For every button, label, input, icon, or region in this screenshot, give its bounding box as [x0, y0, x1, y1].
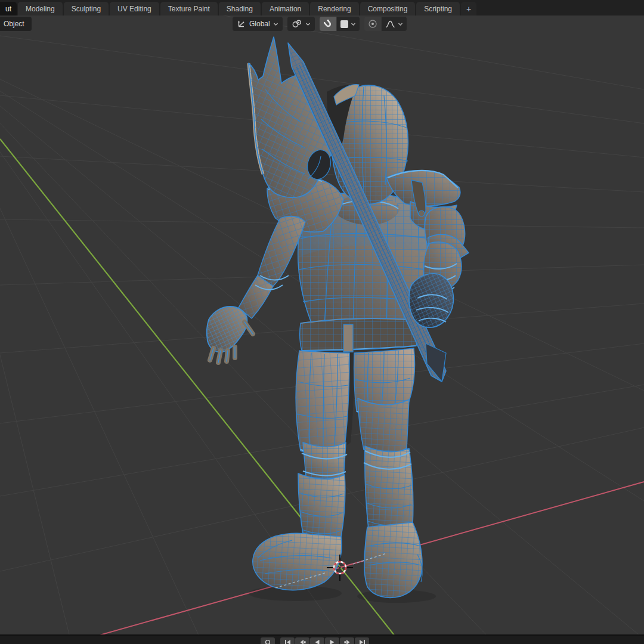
prev-keyframe-icon [299, 639, 306, 644]
workspace-tab-texture-paint[interactable]: Texture Paint [160, 2, 218, 16]
tab-label: ut [5, 5, 11, 13]
workspace-tab-compositing[interactable]: Compositing [360, 2, 416, 16]
plus-icon: + [466, 4, 471, 14]
play-reverse-button[interactable] [310, 637, 324, 644]
belt [300, 318, 419, 352]
chevron-down-icon [305, 22, 311, 26]
tab-label: Modeling [26, 5, 55, 13]
play-button[interactable] [325, 637, 339, 644]
strap-buckle [419, 210, 425, 216]
jump-to-start-button[interactable] [280, 637, 295, 644]
orientation-label: Global [249, 20, 270, 28]
next-keyframe-icon [344, 639, 351, 644]
mode-dropdown[interactable]: Object [0, 17, 32, 31]
play-icon [329, 639, 335, 644]
transform-tools: Global [233, 17, 407, 31]
tab-label: Shading [227, 5, 253, 13]
proportional-falloff-dropdown[interactable] [382, 17, 407, 31]
timeline-playback-bar [0, 634, 644, 644]
tab-label: UV Editing [117, 5, 151, 13]
workspace-tab-uv-editing[interactable]: UV Editing [110, 2, 159, 16]
proportional-editing-controls [364, 17, 407, 31]
magnet-icon [323, 19, 333, 29]
snap-toggle-button[interactable] [320, 17, 336, 31]
right-thigh [358, 398, 409, 454]
workspace-tab-modeling[interactable]: Modeling [18, 2, 63, 16]
workspace-tab-rendering[interactable]: Rendering [310, 2, 358, 16]
jump-start-icon [284, 639, 291, 644]
workspace-tab-layout[interactable]: ut [0, 2, 17, 16]
transform-orientation-dropdown[interactable]: Global [233, 17, 283, 31]
mode-label: Object [4, 20, 24, 28]
workspace-tab-shading[interactable]: Shading [219, 2, 261, 16]
workspace-tab-sculpting[interactable]: Sculpting [64, 2, 109, 16]
workspace-tab-animation[interactable]: Animation [262, 2, 309, 16]
tab-label: Animation [270, 5, 301, 13]
tab-label: Sculpting [72, 5, 101, 13]
snapping-controls [320, 17, 360, 31]
proportional-editing-toggle[interactable] [364, 17, 381, 31]
belt-strap [343, 324, 353, 352]
jump-to-end-button[interactable] [355, 637, 369, 644]
tab-label: Texture Paint [168, 5, 210, 13]
auto-keying-button[interactable] [261, 637, 275, 644]
chevron-down-icon [273, 22, 278, 26]
chevron-down-icon [351, 22, 356, 26]
play-reverse-icon [314, 639, 320, 644]
jump-end-icon [359, 639, 366, 644]
orientation-axes-icon [237, 19, 246, 29]
add-workspace-button[interactable]: + [461, 2, 476, 16]
previous-keyframe-button[interactable] [295, 637, 309, 644]
tab-label: Compositing [368, 5, 408, 13]
chevron-down-icon [398, 22, 403, 26]
snap-target-square-icon [340, 20, 348, 28]
tab-label: Rendering [318, 5, 351, 13]
pivot-point-icon [292, 19, 302, 29]
3d-viewport[interactable] [0, 0, 644, 644]
record-circle-icon [265, 639, 271, 644]
workspace-tab-bar: ut Modeling Sculpting UV Editing Texture… [0, 0, 644, 16]
pivot-point-dropdown[interactable] [287, 17, 315, 31]
workspace-tab-scripting[interactable]: Scripting [416, 2, 460, 16]
tab-label: Scripting [424, 5, 452, 13]
snap-settings-dropdown[interactable] [337, 17, 360, 31]
proportional-radius-icon [368, 19, 377, 29]
next-keyframe-button[interactable] [340, 637, 354, 644]
falloff-curve-icon [385, 20, 395, 29]
